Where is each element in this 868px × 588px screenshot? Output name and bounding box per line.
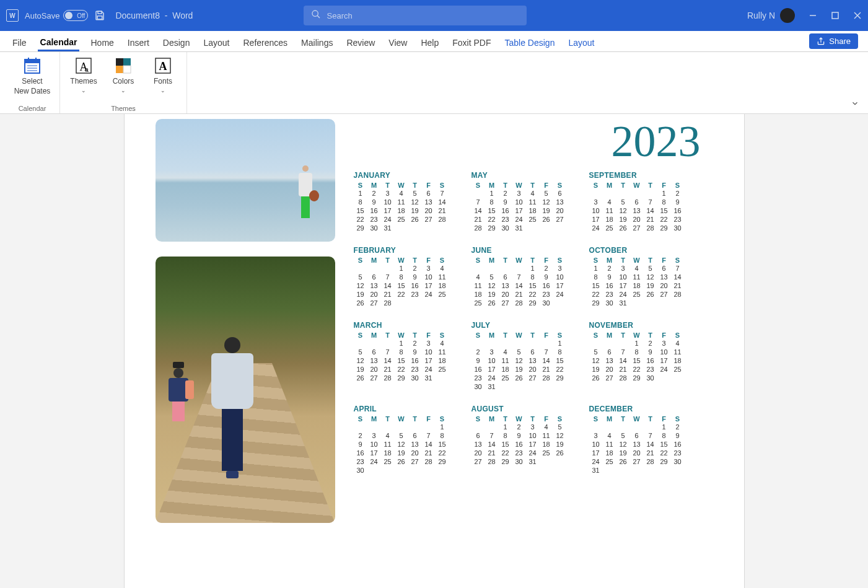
svg-text:A: A: [159, 60, 167, 72]
month-december: DECEMBERSMTWTFS.....12345678910111213141…: [589, 405, 707, 475]
ribbon-group-label: Themes: [111, 105, 136, 112]
tab-foxit-pdf[interactable]: Foxit PDF: [450, 34, 493, 51]
chevron-down-icon: ⌄: [81, 87, 86, 95]
autosave-label: AutoSave: [25, 11, 59, 20]
document-title: Document8 - Word: [115, 11, 193, 20]
tab-help[interactable]: Help: [418, 34, 441, 51]
svg-rect-19: [116, 58, 123, 66]
document-workspace: 2023 JANUARYSMTWTFS123456789101112131415…: [0, 114, 868, 588]
search-placeholder: Search: [327, 11, 353, 20]
svg-line-3: [317, 15, 320, 18]
fonts-icon: A: [153, 56, 173, 76]
tab-layout[interactable]: Layout: [566, 34, 597, 51]
search-box[interactable]: Search: [304, 6, 527, 25]
maximize-button[interactable]: [831, 11, 840, 20]
ribbon-collapse-icon[interactable]: [851, 99, 859, 110]
photo-column: [156, 119, 335, 588]
calendar-icon: [22, 56, 42, 76]
ribbon-group-themes: AaThemes⌄Colors⌄AFonts⌄Themes: [60, 52, 187, 113]
toggle-switch[interactable]: Off: [63, 10, 88, 21]
tab-design[interactable]: Design: [160, 34, 193, 51]
month-march: MARCHSMTWTFS...1234567891011121314151617…: [354, 321, 471, 391]
calendar-section: 2023 JANUARYSMTWTFS123456789101112131415…: [354, 119, 713, 588]
ribbon-fonts[interactable]: AFonts⌄: [144, 55, 182, 94]
close-button[interactable]: [853, 11, 862, 20]
month-november: NOVEMBERSMTWTFS...1234567891011121314151…: [589, 321, 707, 391]
ribbon-select[interactable]: SelectNew Dates: [10, 55, 55, 96]
month-august: AUGUSTSMTWTFS..1234567891011121314151617…: [471, 405, 589, 475]
ribbon: SelectNew DatesCalendarAaThemes⌄Colors⌄A…: [0, 52, 868, 114]
ribbon-themes[interactable]: AaThemes⌄: [65, 55, 102, 94]
svg-rect-21: [116, 66, 123, 73]
user-account[interactable]: Rully N: [747, 8, 795, 23]
tab-file[interactable]: File: [10, 34, 29, 51]
tab-insert[interactable]: Insert: [125, 34, 152, 51]
tab-home[interactable]: Home: [88, 34, 116, 51]
title-bar: W AutoSave Off Document8 - Word Search R…: [0, 0, 868, 31]
ribbon-colors[interactable]: Colors⌄: [105, 55, 142, 94]
colors-icon: [113, 56, 133, 76]
month-april: APRILSMTWTFS......1234567891011121314151…: [354, 405, 471, 475]
month-january: JANUARYSMTWTFS12345678910111213141516171…: [354, 171, 471, 232]
month-may: MAYSMTWTFS.12345678910111213141516171819…: [471, 171, 589, 232]
search-icon: [311, 9, 321, 22]
month-february: FEBRUARYSMTWTFS...1234567891011121314151…: [354, 246, 471, 307]
svg-rect-1: [98, 16, 103, 19]
avatar: [780, 8, 795, 23]
svg-point-2: [312, 11, 318, 16]
themes-icon: Aa: [74, 56, 94, 76]
svg-rect-5: [832, 12, 838, 19]
document-page[interactable]: 2023 JANUARYSMTWTFS123456789101112131415…: [125, 114, 744, 588]
autosave-toggle[interactable]: AutoSave Off: [25, 10, 88, 21]
svg-rect-0: [98, 11, 102, 14]
photo-boardwalk[interactable]: [156, 257, 335, 523]
tab-mailings[interactable]: Mailings: [299, 34, 335, 51]
photo-beach[interactable]: [156, 119, 335, 242]
svg-rect-10: [25, 59, 40, 63]
ribbon-tabs: FileCalendarHomeInsertDesignLayoutRefere…: [0, 31, 868, 52]
month-october: OCTOBERSMTWTFS12345678910111213141516171…: [589, 246, 707, 307]
ribbon-group-calendar: SelectNew DatesCalendar: [5, 52, 60, 113]
chevron-down-icon: ⌄: [121, 87, 126, 95]
calendar-year: 2023: [354, 119, 713, 164]
svg-text:a: a: [85, 66, 89, 73]
chevron-down-icon: ⌄: [160, 87, 165, 95]
svg-rect-20: [123, 58, 131, 66]
word-app-icon: W: [6, 9, 19, 22]
tab-layout[interactable]: Layout: [201, 34, 232, 51]
save-icon[interactable]: [94, 10, 105, 21]
month-september: SEPTEMBERSMTWTFS.....1234567891011121314…: [589, 171, 707, 232]
month-june: JUNESMTWTFS....1234567891011121314151617…: [471, 246, 589, 307]
svg-rect-22: [123, 66, 131, 73]
ribbon-group-label: Calendar: [19, 105, 46, 112]
months-grid: JANUARYSMTWTFS12345678910111213141516171…: [354, 171, 713, 475]
tab-view[interactable]: View: [386, 34, 410, 51]
minimize-button[interactable]: [809, 11, 817, 20]
month-july: JULYSMTWTFS......12345678910111213141516…: [471, 321, 589, 391]
tab-calendar[interactable]: Calendar: [38, 33, 80, 51]
tab-review[interactable]: Review: [344, 34, 377, 51]
share-button[interactable]: Share: [809, 33, 858, 49]
tab-table-design[interactable]: Table Design: [502, 34, 557, 51]
tab-references[interactable]: References: [241, 34, 291, 51]
